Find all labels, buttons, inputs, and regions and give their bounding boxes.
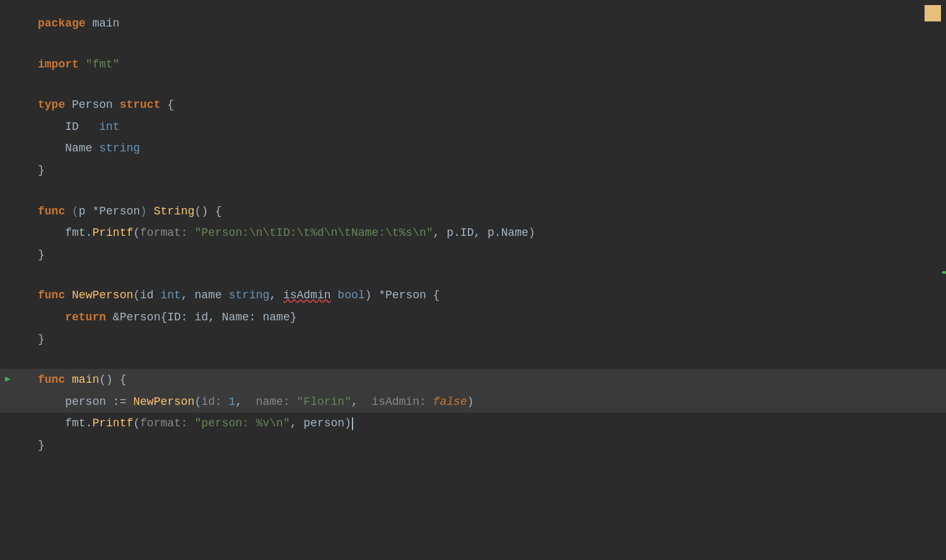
- text-indent3: [38, 395, 65, 408]
- text-brace-open: {: [160, 98, 174, 111]
- line-3-content: import "fmt": [0, 55, 145, 74]
- keyword-import: import: [38, 58, 79, 71]
- text-fmt2: fmt.: [65, 417, 92, 429]
- text-star2: *: [378, 289, 385, 301]
- text-indent2: [38, 311, 65, 324]
- text-space5: &Person{ID: id, Name: name}: [106, 311, 296, 324]
- text-brace-open2: {: [426, 289, 440, 301]
- call-newperson: NewPerson: [133, 395, 194, 408]
- text-indent: [38, 120, 65, 133]
- text-comma4: ,: [235, 395, 255, 408]
- type-person-recv: Person: [99, 205, 140, 218]
- param-isadmin: isAdmin: [283, 289, 331, 301]
- code-line-10: func (p *Person) String() {: [0, 201, 946, 223]
- string-format2: "person: %v\n": [194, 417, 289, 429]
- string-format1: "Person:\n\tID:\t%d\n\tName:\t%s\n": [194, 226, 433, 239]
- text-space3: [65, 289, 72, 301]
- line-18-content: func main() {: [0, 370, 151, 390]
- text-star: *: [92, 205, 99, 218]
- text-indent: [38, 142, 65, 155]
- text-brace-close3: }: [38, 333, 45, 346]
- keyword-func3: func: [38, 373, 65, 386]
- text-comma3: ,: [269, 289, 283, 301]
- type-string2: string: [229, 289, 270, 301]
- type-bool: bool: [337, 289, 365, 301]
- text-comma2: ,: [181, 289, 195, 301]
- line-14-content: func NewPerson(id int, name string, isAd…: [0, 286, 465, 305]
- type-int: int: [99, 120, 119, 133]
- param-name: name: [194, 289, 228, 301]
- text-brace-close2: }: [38, 248, 45, 261]
- code-line-5: type Person struct {: [0, 94, 946, 116]
- param-id: id: [140, 289, 160, 301]
- code-line-12: }: [0, 244, 946, 266]
- text-paren-close2: ): [467, 395, 474, 408]
- text-paren-close: ): [365, 289, 379, 301]
- param-format: format:: [140, 226, 194, 239]
- line-6-content: ID int: [0, 117, 145, 137]
- text-receiver-close: ): [140, 205, 147, 218]
- text-main: main: [86, 17, 120, 30]
- text-cursor: [352, 417, 353, 430]
- string-florin: "Florin": [297, 395, 351, 408]
- method-printf: Printf: [92, 226, 133, 239]
- line-19-content: person := NewPerson(id: 1, name: "Florin…: [0, 392, 499, 412]
- text-brace-close4: }: [38, 439, 45, 452]
- param-name-label: name:: [256, 395, 297, 408]
- code-line-16: }: [0, 329, 946, 351]
- value-false: false: [433, 395, 467, 408]
- keyword-type: type: [38, 98, 65, 111]
- code-line-15: return &Person{ID: id, Name: name}: [0, 306, 946, 329]
- string-fmt: "fmt": [86, 58, 120, 71]
- value-1: 1: [229, 395, 236, 408]
- method-string: String: [154, 205, 195, 218]
- text-parens: () {: [195, 205, 222, 218]
- func-main: main: [72, 373, 99, 386]
- code-line-17: [0, 350, 946, 369]
- code-line-1: package main: [0, 13, 946, 35]
- method-printf2: Printf: [92, 417, 133, 429]
- code-line-14: func NewPerson(id int, name string, isAd…: [0, 284, 946, 306]
- param-id-label: id:: [201, 395, 228, 408]
- line-12-content: }: [0, 245, 70, 265]
- var-person: person: [65, 395, 113, 408]
- param-format2: format:: [140, 417, 194, 429]
- line-10-content: func (p *Person) String() {: [0, 202, 247, 221]
- code-line-19: person := NewPerson(id: 1, name: "Florin…: [0, 391, 946, 413]
- text-space: [79, 58, 86, 71]
- receiver-p: p: [79, 205, 93, 218]
- text-fmt: fmt.: [65, 226, 92, 239]
- code-line-2: [0, 35, 946, 54]
- code-line-7: Name string: [0, 137, 946, 160]
- text-person: Person: [65, 98, 119, 111]
- code-line-8: }: [0, 160, 946, 182]
- code-line-21: }: [0, 435, 946, 457]
- field-name: Name: [65, 142, 99, 155]
- text-comma5: ,: [351, 395, 371, 408]
- line-11-content: fmt.Printf(format: "Person:\n\tID:\t%d\n…: [0, 223, 561, 243]
- text-space4: [331, 289, 338, 301]
- line-1-content: package main: [0, 14, 145, 33]
- text-paren-open: (: [133, 226, 140, 239]
- code-line-3: import "fmt": [0, 54, 946, 76]
- text-comma6: , person): [290, 417, 351, 429]
- text-space6: [65, 373, 72, 386]
- line-15-content: return &Person{ID: id, Name: name}: [0, 308, 322, 327]
- param-isadmin-label: isAdmin:: [371, 395, 433, 408]
- line-16-content: }: [0, 330, 70, 349]
- code-line-6: ID int: [0, 116, 946, 138]
- keyword-func2: func: [38, 289, 65, 301]
- code-line-13: [0, 265, 946, 284]
- text-brace-close: }: [38, 164, 45, 177]
- type-person-return: Person: [385, 289, 426, 301]
- text-parens2: () {: [99, 373, 126, 386]
- run-button[interactable]: ▶: [5, 373, 10, 388]
- line-20-content: fmt.Printf(format: "person: %v\n", perso…: [0, 414, 378, 433]
- scroll-indicator-top: [942, 271, 946, 274]
- text-indent: [38, 226, 65, 239]
- line-8-content: }: [0, 161, 70, 180]
- text-paren-open3: (: [194, 395, 201, 408]
- func-newperson: NewPerson: [72, 289, 133, 301]
- text-indent4: [38, 417, 65, 429]
- text-receiver-open: (: [72, 205, 79, 218]
